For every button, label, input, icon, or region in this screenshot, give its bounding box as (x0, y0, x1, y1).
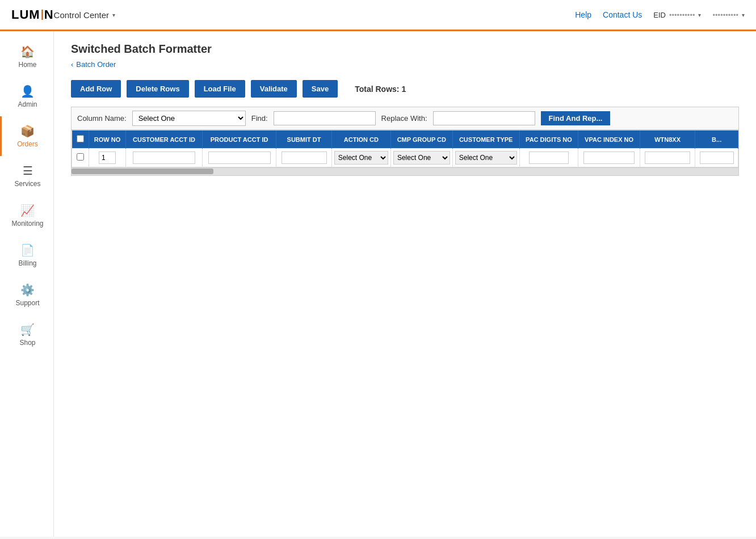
sidebar-label-billing: Billing (18, 259, 36, 267)
table-row: Select OneOption AOption BOption C Selec… (72, 149, 738, 167)
column-name-label: Column Name: (77, 114, 127, 123)
sidebar-item-billing[interactable]: 📄 Billing (0, 235, 53, 275)
account-section[interactable]: •••••••••• ▾ (712, 11, 745, 19)
header-product-acct-id: PRODUCT ACCT ID (202, 130, 276, 149)
header-customer-acct-id: CUSTOMER ACCT ID (126, 130, 203, 149)
help-link[interactable]: Help (575, 10, 591, 19)
breadcrumb[interactable]: ‹ Batch Order (71, 60, 739, 69)
table-body: Select OneOption AOption BOption C Selec… (72, 149, 738, 167)
shop-icon: 🛒 (20, 323, 35, 336)
row-no-cell (89, 149, 126, 167)
monitoring-icon: 📈 (20, 204, 35, 217)
logo-text: LUM (11, 7, 40, 22)
submit-dt-cell (276, 149, 332, 167)
find-input[interactable] (274, 111, 376, 125)
sidebar-item-services[interactable]: ☰ Services (0, 156, 53, 196)
pac-digits-no-input-0[interactable] (529, 151, 569, 164)
load-file-button[interactable]: Load File (195, 80, 245, 98)
replace-label: Replace With: (381, 114, 427, 123)
header-cmp-group-cd: CMP GROUP CD (390, 130, 452, 149)
main-content: Switched Batch Formatter ‹ Batch Order A… (54, 31, 756, 537)
submit-dt-input-0[interactable] (282, 151, 327, 164)
toolbar: Add Row Delete Rows Load File Validate S… (71, 80, 739, 98)
data-table-wrapper: ROW NO CUSTOMER ACCT ID PRODUCT ACCT ID … (71, 130, 739, 168)
table-header-row: ROW NO CUSTOMER ACCT ID PRODUCT ACCT ID … (72, 130, 738, 149)
customer-acct-id-cell (126, 149, 203, 167)
save-button[interactable]: Save (303, 80, 338, 98)
home-icon: 🏠 (20, 45, 35, 58)
contact-us-link[interactable]: Contact Us (603, 10, 642, 19)
logo-text-2: N (44, 7, 54, 22)
delete-rows-button[interactable]: Delete Rows (127, 80, 188, 98)
sidebar-label-home: Home (18, 61, 36, 69)
support-icon: ⚙️ (20, 283, 35, 297)
sidebar-label-shop: Shop (19, 339, 35, 347)
sidebar-label-monitoring: Monitoring (11, 220, 43, 228)
action-cd-cell: Select OneOption AOption BOption C (331, 149, 390, 167)
cmp-group-cd-cell: Select OneOption AOption BOption C (390, 149, 452, 167)
sidebar-item-monitoring[interactable]: 📈 Monitoring (0, 196, 53, 235)
header-b: B... (695, 130, 738, 149)
row-no-input-0[interactable] (99, 151, 116, 164)
control-center-label: Control Center (54, 10, 110, 20)
billing-icon: 📄 (20, 243, 35, 257)
header-vpac-index-no: VPAC INDEX NO (578, 130, 640, 149)
pac-digits-no-cell (519, 149, 578, 167)
action-cd-select-0[interactable]: Select OneOption AOption BOption C (334, 151, 388, 165)
find-and-replace-button[interactable]: Find And Rep... (541, 111, 611, 125)
vpac-index-no-input-0[interactable] (583, 151, 635, 164)
table-header: ROW NO CUSTOMER ACCT ID PRODUCT ACCT ID … (72, 130, 738, 149)
logo-bar (41, 10, 43, 20)
control-center-button[interactable]: Control Center ▾ (54, 10, 116, 20)
sidebar-item-support[interactable]: ⚙️ Support (0, 275, 53, 315)
wtn8xx-cell (640, 149, 695, 167)
customer-acct-id-input-0[interactable] (133, 151, 195, 164)
lumen-logo: LUMN (11, 7, 54, 22)
sidebar-item-shop[interactable]: 🛒 Shop (0, 315, 53, 355)
sidebar-item-orders[interactable]: 📦 Orders (0, 116, 53, 156)
header-customer-type: CUSTOMER TYPE (452, 130, 519, 149)
breadcrumb-link[interactable]: Batch Order (76, 60, 116, 69)
row-checkbox-0[interactable] (77, 153, 84, 161)
header-checkbox-col (72, 130, 89, 149)
eid-section[interactable]: EID •••••••••• ▾ (653, 11, 701, 19)
sidebar-label-orders: Orders (17, 140, 38, 148)
account-chevron-icon: ▾ (742, 12, 745, 18)
account-value: •••••••••• (712, 11, 738, 19)
customer-type-select-0[interactable]: Select OneOption AOption BOption C (455, 151, 517, 165)
header-submit-dt: SUBMIT DT (276, 130, 332, 149)
sidebar-label-support: Support (15, 299, 39, 307)
top-navigation: LUMN Control Center ▾ Help Contact Us EI… (0, 0, 756, 31)
total-rows-value: 1 (401, 85, 406, 94)
select-all-checkbox[interactable] (77, 135, 84, 142)
orders-icon: 📦 (20, 124, 35, 138)
nav-right: Help Contact Us EID •••••••••• ▾ •••••••… (575, 10, 745, 19)
cmp-group-cd-select-0[interactable]: Select OneOption AOption BOption C (393, 151, 450, 165)
total-rows-display: Total Rows: 1 (355, 85, 406, 94)
vpac-index-no-cell (578, 149, 640, 167)
sidebar-label-admin: Admin (18, 100, 37, 108)
wtn8xx-input-0[interactable] (645, 151, 690, 164)
sidebar: 🏠 Home 👤 Admin 📦 Orders ☰ Services 📈 Mon… (0, 31, 54, 537)
page-title: Switched Batch Formatter (71, 43, 739, 56)
product-acct-id-cell (202, 149, 276, 167)
eid-chevron-icon: ▾ (698, 12, 701, 18)
eid-label: EID (653, 11, 666, 19)
header-action-cd: ACTION CD (331, 130, 390, 149)
validate-button[interactable]: Validate (251, 80, 297, 98)
column-name-select[interactable]: Select One (132, 111, 246, 126)
eid-value: •••••••••• (669, 11, 695, 19)
chevron-down-icon: ▾ (112, 12, 115, 18)
scroll-thumb (72, 169, 213, 174)
customer-type-cell: Select OneOption AOption BOption C (452, 149, 519, 167)
add-row-button[interactable]: Add Row (71, 80, 121, 98)
total-rows-label: Total Rows: (355, 85, 399, 94)
horizontal-scrollbar[interactable] (71, 168, 739, 176)
replace-input[interactable] (433, 111, 535, 125)
header-row-no: ROW NO (89, 130, 126, 149)
sidebar-item-admin[interactable]: 👤 Admin (0, 77, 53, 116)
b-input-0[interactable] (700, 151, 734, 164)
find-replace-bar: Column Name: Select One Find: Replace Wi… (71, 107, 739, 130)
sidebar-item-home[interactable]: 🏠 Home (0, 37, 53, 77)
product-acct-id-input-0[interactable] (208, 151, 271, 164)
